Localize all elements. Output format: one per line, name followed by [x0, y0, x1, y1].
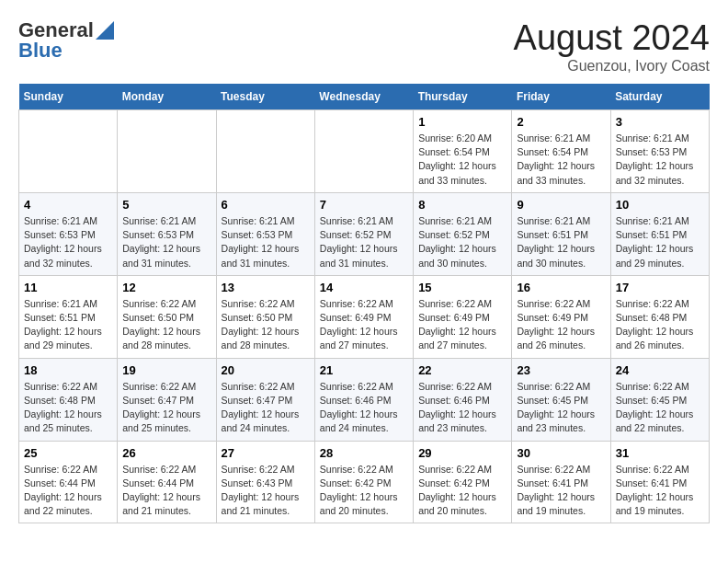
calendar-day-cell	[118, 110, 216, 193]
calendar-day-cell: 29Sunrise: 6:22 AM Sunset: 6:42 PM Dayli…	[414, 441, 512, 523]
day-info: Sunrise: 6:22 AM Sunset: 6:46 PM Dayligh…	[320, 380, 408, 436]
day-info: Sunrise: 6:22 AM Sunset: 6:47 PM Dayligh…	[222, 380, 310, 436]
calendar-day-cell: 1Sunrise: 6:20 AM Sunset: 6:54 PM Daylig…	[414, 110, 512, 193]
calendar-table: SundayMondayTuesdayWednesdayThursdayFrid…	[18, 84, 710, 523]
calendar-day-cell: 20Sunrise: 6:22 AM Sunset: 6:47 PM Dayli…	[216, 358, 314, 441]
calendar-day-cell: 11Sunrise: 6:21 AM Sunset: 6:51 PM Dayli…	[19, 275, 118, 358]
day-number: 20	[222, 363, 310, 377]
day-info: Sunrise: 6:22 AM Sunset: 6:46 PM Dayligh…	[418, 380, 506, 436]
day-info: Sunrise: 6:22 AM Sunset: 6:42 PM Dayligh…	[320, 463, 408, 519]
day-info: Sunrise: 6:22 AM Sunset: 6:48 PM Dayligh…	[24, 380, 112, 436]
calendar-day-header: Wednesday	[314, 84, 413, 110]
day-number: 5	[122, 198, 210, 212]
day-number: 11	[24, 281, 112, 294]
day-number: 1	[418, 115, 506, 129]
day-number: 15	[418, 281, 506, 294]
calendar-day-cell: 14Sunrise: 6:22 AM Sunset: 6:49 PM Dayli…	[314, 275, 413, 358]
logo: General Blue	[18, 18, 114, 63]
calendar-day-header: Monday	[118, 84, 216, 110]
day-info: Sunrise: 6:22 AM Sunset: 6:49 PM Dayligh…	[517, 297, 605, 353]
day-info: Sunrise: 6:21 AM Sunset: 6:52 PM Dayligh…	[418, 214, 506, 270]
calendar-week-row: 11Sunrise: 6:21 AM Sunset: 6:51 PM Dayli…	[19, 275, 710, 358]
calendar-day-cell: 6Sunrise: 6:21 AM Sunset: 6:53 PM Daylig…	[216, 192, 314, 275]
day-number: 7	[320, 198, 408, 212]
day-info: Sunrise: 6:21 AM Sunset: 6:51 PM Dayligh…	[517, 214, 605, 270]
day-info: Sunrise: 6:22 AM Sunset: 6:43 PM Dayligh…	[222, 463, 310, 519]
page-header: General Blue August 2024 Guenzou, Ivory …	[18, 18, 710, 75]
calendar-day-cell: 18Sunrise: 6:22 AM Sunset: 6:48 PM Dayli…	[19, 358, 118, 441]
calendar-day-header: Sunday	[19, 84, 118, 110]
day-info: Sunrise: 6:21 AM Sunset: 6:53 PM Dayligh…	[222, 214, 310, 270]
calendar-day-cell: 3Sunrise: 6:21 AM Sunset: 6:53 PM Daylig…	[610, 110, 709, 193]
day-info: Sunrise: 6:20 AM Sunset: 6:54 PM Dayligh…	[418, 132, 506, 188]
calendar-day-header: Tuesday	[216, 84, 314, 110]
page-title: August 2024	[514, 18, 710, 58]
day-info: Sunrise: 6:22 AM Sunset: 6:49 PM Dayligh…	[320, 297, 408, 353]
calendar-day-cell: 31Sunrise: 6:22 AM Sunset: 6:41 PM Dayli…	[610, 441, 709, 523]
day-number: 16	[517, 281, 605, 294]
day-number: 9	[517, 198, 605, 212]
day-info: Sunrise: 6:22 AM Sunset: 6:44 PM Dayligh…	[122, 463, 210, 519]
calendar-day-cell: 12Sunrise: 6:22 AM Sunset: 6:50 PM Dayli…	[118, 275, 216, 358]
calendar-day-header: Thursday	[414, 84, 512, 110]
calendar-day-cell: 4Sunrise: 6:21 AM Sunset: 6:53 PM Daylig…	[19, 192, 118, 275]
calendar-day-cell	[314, 110, 413, 193]
day-info: Sunrise: 6:22 AM Sunset: 6:45 PM Dayligh…	[616, 380, 704, 436]
calendar-day-cell: 16Sunrise: 6:22 AM Sunset: 6:49 PM Dayli…	[512, 275, 610, 358]
calendar-day-cell: 26Sunrise: 6:22 AM Sunset: 6:44 PM Dayli…	[118, 441, 216, 523]
day-info: Sunrise: 6:22 AM Sunset: 6:49 PM Dayligh…	[418, 297, 506, 353]
logo-icon	[96, 21, 114, 40]
title-block: August 2024 Guenzou, Ivory Coast	[514, 18, 710, 75]
calendar-day-cell	[216, 110, 314, 193]
day-info: Sunrise: 6:21 AM Sunset: 6:52 PM Dayligh…	[320, 214, 408, 270]
calendar-day-cell: 10Sunrise: 6:21 AM Sunset: 6:51 PM Dayli…	[610, 192, 709, 275]
calendar-day-cell: 2Sunrise: 6:21 AM Sunset: 6:54 PM Daylig…	[512, 110, 610, 193]
day-number: 26	[122, 446, 210, 460]
calendar-day-cell: 7Sunrise: 6:21 AM Sunset: 6:52 PM Daylig…	[314, 192, 413, 275]
day-info: Sunrise: 6:22 AM Sunset: 6:41 PM Dayligh…	[517, 463, 605, 519]
day-number: 4	[24, 198, 112, 212]
day-info: Sunrise: 6:22 AM Sunset: 6:42 PM Dayligh…	[418, 463, 506, 519]
day-number: 28	[320, 446, 408, 460]
day-number: 2	[517, 115, 605, 129]
calendar-week-row: 1Sunrise: 6:20 AM Sunset: 6:54 PM Daylig…	[19, 110, 710, 193]
svg-marker-0	[96, 21, 114, 40]
calendar-day-cell: 30Sunrise: 6:22 AM Sunset: 6:41 PM Dayli…	[512, 441, 610, 523]
day-info: Sunrise: 6:21 AM Sunset: 6:53 PM Dayligh…	[616, 132, 704, 188]
calendar-day-cell: 23Sunrise: 6:22 AM Sunset: 6:45 PM Dayli…	[512, 358, 610, 441]
calendar-week-row: 4Sunrise: 6:21 AM Sunset: 6:53 PM Daylig…	[19, 192, 710, 275]
calendar-day-cell: 15Sunrise: 6:22 AM Sunset: 6:49 PM Dayli…	[414, 275, 512, 358]
calendar-day-cell: 25Sunrise: 6:22 AM Sunset: 6:44 PM Dayli…	[19, 441, 118, 523]
calendar-day-cell: 21Sunrise: 6:22 AM Sunset: 6:46 PM Dayli…	[314, 358, 413, 441]
day-info: Sunrise: 6:21 AM Sunset: 6:51 PM Dayligh…	[24, 297, 112, 353]
day-number: 13	[222, 281, 310, 294]
day-number: 8	[418, 198, 506, 212]
day-number: 18	[24, 363, 112, 377]
calendar-day-cell: 22Sunrise: 6:22 AM Sunset: 6:46 PM Dayli…	[414, 358, 512, 441]
calendar-day-cell	[19, 110, 118, 193]
calendar-day-cell: 27Sunrise: 6:22 AM Sunset: 6:43 PM Dayli…	[216, 441, 314, 523]
day-info: Sunrise: 6:22 AM Sunset: 6:48 PM Dayligh…	[616, 297, 704, 353]
logo-blue-text: Blue	[18, 39, 63, 63]
calendar-day-cell: 9Sunrise: 6:21 AM Sunset: 6:51 PM Daylig…	[512, 192, 610, 275]
day-info: Sunrise: 6:21 AM Sunset: 6:51 PM Dayligh…	[616, 214, 704, 270]
day-info: Sunrise: 6:21 AM Sunset: 6:53 PM Dayligh…	[24, 214, 112, 270]
calendar-day-cell: 17Sunrise: 6:22 AM Sunset: 6:48 PM Dayli…	[610, 275, 709, 358]
page-subtitle: Guenzou, Ivory Coast	[514, 58, 710, 75]
day-info: Sunrise: 6:22 AM Sunset: 6:41 PM Dayligh…	[616, 463, 704, 519]
day-info: Sunrise: 6:21 AM Sunset: 6:54 PM Dayligh…	[517, 132, 605, 188]
calendar-day-header: Saturday	[610, 84, 709, 110]
day-number: 19	[122, 363, 210, 377]
calendar-day-cell: 28Sunrise: 6:22 AM Sunset: 6:42 PM Dayli…	[314, 441, 413, 523]
day-info: Sunrise: 6:21 AM Sunset: 6:53 PM Dayligh…	[122, 214, 210, 270]
calendar-day-cell: 8Sunrise: 6:21 AM Sunset: 6:52 PM Daylig…	[414, 192, 512, 275]
day-info: Sunrise: 6:22 AM Sunset: 6:50 PM Dayligh…	[122, 297, 210, 353]
calendar-day-cell: 19Sunrise: 6:22 AM Sunset: 6:47 PM Dayli…	[118, 358, 216, 441]
day-number: 29	[418, 446, 506, 460]
calendar-week-row: 18Sunrise: 6:22 AM Sunset: 6:48 PM Dayli…	[19, 358, 710, 441]
calendar-day-cell: 5Sunrise: 6:21 AM Sunset: 6:53 PM Daylig…	[118, 192, 216, 275]
day-number: 12	[122, 281, 210, 294]
calendar-day-header: Friday	[512, 84, 610, 110]
day-info: Sunrise: 6:22 AM Sunset: 6:45 PM Dayligh…	[517, 380, 605, 436]
day-number: 22	[418, 363, 506, 377]
